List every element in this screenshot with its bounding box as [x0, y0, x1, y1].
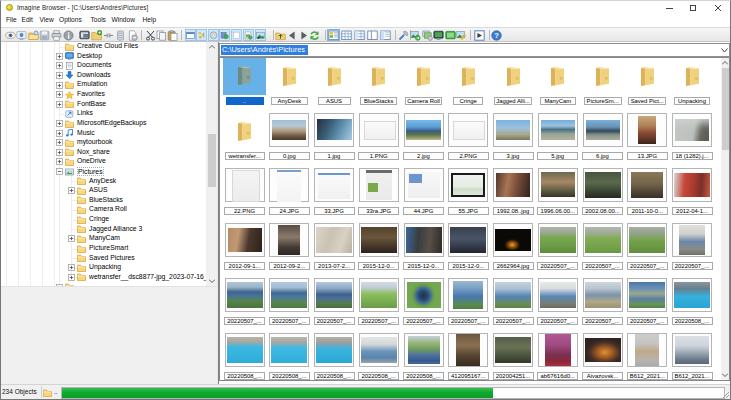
svg-text:?: ? — [494, 31, 499, 40]
